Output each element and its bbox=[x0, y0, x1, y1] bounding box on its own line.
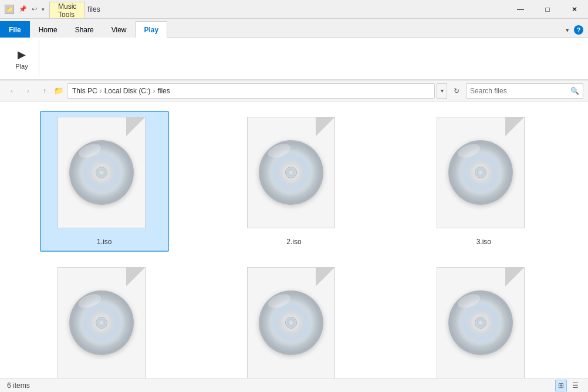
file-area: 1.iso 2.iso 3.iso bbox=[0, 102, 588, 378]
disc-2 bbox=[259, 140, 323, 205]
file-icon-2 bbox=[247, 117, 341, 234]
play-icon: ▶ bbox=[15, 48, 29, 62]
tab-view[interactable]: View bbox=[103, 21, 136, 38]
item-count: 6 items bbox=[7, 381, 30, 390]
file-icon-3 bbox=[437, 117, 530, 234]
ribbon-content: ▶ Play bbox=[0, 38, 588, 80]
file-icon-1 bbox=[58, 117, 151, 234]
music-tools-tab[interactable]: Music Tools bbox=[49, 2, 85, 18]
address-bar: ‹ › ↑ 📁 This PC › Local Disk (C:) › file… bbox=[0, 80, 588, 102]
large-icons-view-button[interactable]: ⊞ bbox=[555, 380, 567, 391]
tab-file[interactable]: File bbox=[0, 21, 30, 38]
title-bar-icons: 📁 📌 ↩ ▾ bbox=[0, 0, 49, 18]
back-button[interactable]: ‹ bbox=[5, 84, 19, 98]
ribbon-tab-music-tools[interactable]: Music Tools bbox=[49, 0, 85, 18]
path-this-pc[interactable]: This PC bbox=[72, 87, 97, 95]
status-bar: 6 items ⊞ ☰ bbox=[0, 378, 588, 392]
title-bar: 📁 📌 ↩ ▾ Music Tools files — □ ✕ bbox=[0, 0, 588, 19]
folder-icon: 📁 bbox=[54, 86, 63, 96]
title-bar-path: files bbox=[85, 0, 507, 18]
file-label-3: 3.iso bbox=[477, 238, 491, 246]
up-button[interactable]: ↑ bbox=[38, 84, 52, 98]
file-item[interactable]: 2.iso bbox=[229, 111, 359, 252]
disc-3 bbox=[448, 140, 513, 205]
search-input[interactable] bbox=[470, 87, 568, 95]
file-item[interactable]: 6.iso bbox=[419, 261, 548, 378]
window-controls[interactable]: — □ ✕ bbox=[507, 0, 588, 18]
refresh-button[interactable]: ↻ bbox=[450, 84, 464, 98]
window-icon: 📁 bbox=[5, 5, 14, 14]
file-icon-4 bbox=[58, 267, 151, 378]
file-label-2: 2.iso bbox=[286, 238, 301, 246]
help-icon[interactable]: ? bbox=[574, 25, 583, 35]
tab-share[interactable]: Share bbox=[66, 21, 103, 38]
search-box[interactable]: 🔍 bbox=[466, 83, 583, 99]
maximize-button[interactable]: □ bbox=[534, 0, 561, 19]
close-button[interactable]: ✕ bbox=[561, 0, 588, 19]
file-icon-6 bbox=[437, 267, 530, 378]
address-path[interactable]: This PC › Local Disk (C:) › files bbox=[67, 83, 435, 99]
path-local-disk[interactable]: Local Disk (C:) bbox=[104, 87, 151, 95]
file-item[interactable]: 1.iso bbox=[40, 111, 169, 252]
quick-access-pin[interactable]: 📌 bbox=[19, 5, 27, 13]
path-files: files bbox=[157, 87, 170, 95]
disc-6 bbox=[448, 290, 513, 355]
play-button[interactable]: ▶ Play bbox=[9, 45, 34, 73]
ribbon-collapse-icon[interactable]: ▾ bbox=[566, 26, 569, 34]
view-controls: ⊞ ☰ bbox=[555, 380, 581, 391]
ribbon-tabs: File Home Share View Play ▾ ? bbox=[0, 19, 588, 38]
file-item[interactable]: 4.iso bbox=[40, 261, 169, 378]
disc-5 bbox=[259, 290, 323, 355]
file-item[interactable]: 3.iso bbox=[419, 111, 548, 252]
file-icon-5 bbox=[247, 267, 341, 378]
address-dropdown-button[interactable]: ▾ bbox=[437, 83, 447, 99]
tab-home[interactable]: Home bbox=[30, 21, 66, 38]
tab-play[interactable]: Play bbox=[136, 21, 168, 38]
minimize-button[interactable]: — bbox=[507, 0, 534, 19]
file-item[interactable]: 5.iso bbox=[229, 261, 359, 378]
ribbon-group-play: ▶ Play bbox=[5, 40, 39, 77]
disc-1 bbox=[69, 140, 134, 205]
forward-button[interactable]: › bbox=[21, 84, 35, 98]
details-view-button[interactable]: ☰ bbox=[569, 380, 581, 391]
ribbon: File Home Share View Play ▾ ? ▶ Play bbox=[0, 19, 588, 80]
file-label-1: 1.iso bbox=[97, 238, 111, 246]
quick-access-undo[interactable]: ↩ bbox=[32, 5, 37, 13]
disc-4 bbox=[69, 290, 134, 355]
search-icon: 🔍 bbox=[570, 87, 579, 95]
quick-access-dropdown[interactable]: ▾ bbox=[42, 6, 45, 12]
